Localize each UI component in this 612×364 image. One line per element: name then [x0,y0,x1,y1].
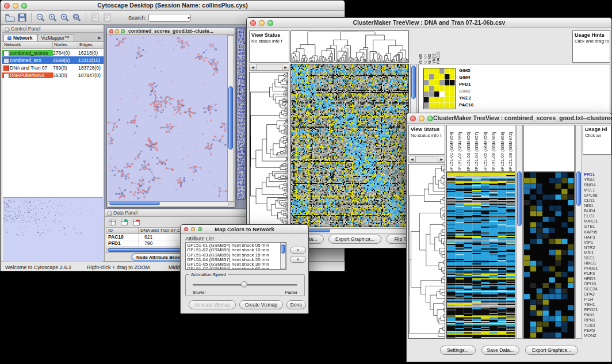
zoom-out-icon[interactable] [36,13,45,22]
column-label[interactable]: GPL51-01 (GSM854) [447,125,456,172]
gene-label[interactable]: SPC98 [584,193,611,198]
gene-label[interactable]: SEC1 [584,255,611,260]
gene-label[interactable]: YKE2 [459,95,484,102]
gene-label[interactable]: CLN1 [584,198,611,203]
settings-button[interactable]: Settings... [440,346,476,355]
row-dendrogram-canvas[interactable] [249,72,288,227]
gene-label[interactable]: RPO21 [584,307,611,312]
gene-label[interactable]: PFD1 [459,81,484,88]
column-label[interactable]: GPL51-04 (GSM857) [472,125,481,172]
titlebar-cytoscape[interactable]: Cytoscape Desktop (Session Name: collins… [1,1,345,11]
gene-label[interactable]: GIM5 [459,67,484,74]
vertical-scrollbar[interactable] [575,125,582,339]
scroll-right-button[interactable]: ▶ [438,156,445,162]
horizontal-scrollbar[interactable]: ◀ ▶ [408,156,445,163]
scrollbar-thumb[interactable] [576,171,581,206]
gene-label[interactable]: HMG1 [584,260,611,266]
scroll-right-button[interactable]: ▶ [282,64,289,70]
zoom-fit-icon[interactable] [72,13,82,22]
gene-label[interactable]: ELG1 [584,213,611,219]
animate-vizmap-button[interactable]: Animate Vizmap [189,300,236,309]
gene-label[interactable]: VIP1 [584,240,611,245]
gene-label[interactable]: RPN1 [584,317,611,323]
titlebar-map-colors[interactable]: Map Colors to Network [181,225,308,234]
zoom-in-icon[interactable] [48,13,58,22]
heatmap-canvas[interactable] [446,172,515,339]
titlebar-network-view[interactable]: combined_scores_good.txt--cluste... [107,28,235,35]
done-button[interactable]: Done [286,300,306,309]
gene-label[interactable]: MSL1 [584,187,611,193]
column-label[interactable]: GPL51-06 (GSM865) [489,125,498,172]
minimize-button[interactable] [191,227,195,231]
attribute-list[interactable]: GPL51-01 (GSM854) heat shock 05 minGPL51… [185,242,286,270]
column-label[interactable]: GPL51-08 (GSM872) [506,125,515,172]
close-button[interactable] [109,29,113,33]
column-label[interactable]: GIM3 [427,30,432,64]
column-label[interactable]: GIM5 [419,30,423,64]
network-overview-canvas[interactable] [3,197,103,262]
gene-label[interactable]: HRD3 [584,276,611,281]
close-button[interactable] [4,3,10,9]
dropdown-arrow-icon[interactable]: ▾ [188,15,190,21]
horizontal-scrollbar[interactable]: ◀ ▶ [249,64,289,71]
zoom-heatmap-canvas[interactable] [423,68,456,109]
scrollbar-thumb[interactable] [281,244,285,254]
gene-label[interactable]: PAN1 [584,312,611,317]
gene-label[interactable]: CPA2 [584,292,611,297]
gene-label[interactable]: PHO81 [584,266,611,271]
gene-label[interactable]: MSI1 [584,250,611,255]
gene-label[interactable]: YRA1 [584,177,611,182]
slider-thumb[interactable] [241,281,247,288]
scrollbar-track[interactable] [416,156,438,162]
column-dendrogram-canvas[interactable] [290,30,409,63]
attribute-create-icon[interactable] [120,219,128,227]
search-input[interactable]: ▾ [148,14,191,22]
gene-label[interactable]: GPI16 [584,281,611,286]
column-label[interactable]: GPL51-05 (GSM858) [481,125,489,172]
export-graphics-button[interactable]: Export Graphics... [525,346,578,355]
network-list-row[interactable]: RNAPuberNov2563(0)107847(0) [2,71,104,79]
gene-label[interactable]: MAK31 [584,219,611,224]
gene-label[interactable]: GTB1 [584,224,611,229]
gene-label[interactable]: TCB3 [584,323,611,328]
gene-label[interactable]: NTR2 [584,245,611,250]
close-button[interactable] [250,20,256,26]
network-list-row[interactable]: DNA and Tran 07769(0)183728(0) [2,64,104,71]
horizontal-scrollbar[interactable] [108,201,228,206]
scrollbar-thumb[interactable] [109,202,160,205]
zoom-selected-icon[interactable] [60,13,70,22]
save-data-button[interactable]: Save Data... [481,346,519,355]
move-down-button[interactable]: ∨ [290,256,306,263]
close-button[interactable] [184,227,188,231]
vertical-scrollbar[interactable] [280,243,286,269]
minimize-button[interactable] [419,116,424,121]
export-graphics-button[interactable]: Export Graphics... [328,235,381,244]
attribute-select-icon[interactable] [108,219,116,227]
open-session-icon[interactable] [5,13,15,22]
titlebar-treeview-combined[interactable]: ClusterMaker TreeView : combined_scores_… [407,113,611,124]
animation-speed-slider[interactable] [193,281,297,289]
heatmap-canvas[interactable] [290,64,409,227]
attribute-list-item[interactable]: GPL51-07 (GSM868) heat shock 60 min [187,267,286,270]
minimize-button[interactable] [13,3,18,9]
gene-label[interactable]: YSH1 [584,302,611,307]
minimize-button[interactable] [115,29,119,33]
gene-label[interactable]: NIS1 [584,203,611,208]
network-view-canvas[interactable] [108,35,228,202]
create-vizmap-button[interactable]: Create Vizmap [239,300,283,309]
zoom-window-button[interactable] [267,20,273,26]
gene-label[interactable]: MON2 [584,333,611,338]
gene-label[interactable]: PAC10 [459,102,484,109]
close-button[interactable] [410,116,416,121]
scroll-left-button[interactable]: ◀ [250,64,257,70]
gene-label[interactable]: GIM4 [459,74,484,81]
network-list-row[interactable]: combined_sco2569(6)13112(15) [2,56,104,64]
vertical-scrollbar[interactable] [227,35,234,202]
gene-label[interactable]: RNR4 [584,182,611,187]
zoom-window-button[interactable] [427,116,433,121]
scrollbar-track[interactable] [257,64,282,70]
gene-label[interactable]: SEC24 [584,286,611,292]
tab-network[interactable]: Network [3,34,37,41]
gene-label[interactable]: PEP5 [584,328,611,333]
control-panel-header[interactable]: Control Panel [2,25,104,33]
